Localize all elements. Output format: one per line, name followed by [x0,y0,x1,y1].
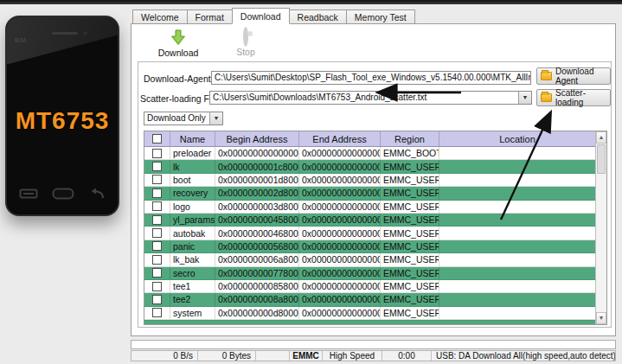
cell-begin-address: 0x0000000006a80000 [215,253,299,265]
tab-bar: Welcome Format Download Readback Memory … [132,8,415,24]
stop-button[interactable]: Stop [218,29,273,57]
row-checkbox[interactable] [144,174,170,186]
download-agent-path-field[interactable]: C:\Users\Sumit\Desktop\SP_Flash_Tool_exe… [211,71,531,85]
partition-table-rows: preloader0x00000000000000000x00000000000… [144,147,595,324]
cell-begin-address: 0x000000000d800000 [215,307,299,319]
cell-region: EMMC_USER [381,307,439,319]
chevron-down-icon[interactable]: ▼ [518,92,531,104]
cell-region: EMMC_USER [381,280,439,292]
table-row-partial[interactable] [144,320,595,324]
cell-name: logo [170,201,215,213]
cell-location [439,280,595,292]
status-storage-type: EMMC [290,351,323,361]
scroll-up-icon[interactable]: ▲ [596,131,606,144]
table-row[interactable]: logo0x0000000003d800000x0000000000000000… [144,201,595,214]
cell-end-address: 0x0000000000000000 [299,267,381,279]
scrollbar-thumb[interactable] [597,144,606,174]
tab-memory-test[interactable]: Memory Test [346,10,415,24]
row-checkbox[interactable] [144,307,170,319]
tab-download[interactable]: Download [232,8,290,24]
table-row[interactable]: yl_params0x00000000045800000x00000000000… [144,214,595,227]
cell-begin-address: 0x0000000001d80000 [215,174,299,186]
tab-readback[interactable]: Readback [290,10,346,24]
back-icon [88,188,106,200]
row-checkbox[interactable] [144,280,170,292]
screenshot-top-border [0,0,622,4]
table-row[interactable]: tee10x00000000085800000x0000000000000000… [144,280,595,293]
table-row[interactable]: secro0x00000000077800000x000000000000000… [144,267,595,280]
download-mode-value: Download Only [144,112,209,125]
cell-name: preloader [170,147,215,159]
table-row[interactable]: system0x000000000d8000000x00000000000000… [144,307,595,320]
phone-screen-gloss [7,17,118,71]
row-checkbox[interactable] [144,160,170,172]
header-name[interactable]: Name [170,131,215,146]
cell-location [439,147,595,159]
tab-format[interactable]: Format [187,10,232,24]
cell-name: secro [170,267,215,279]
scatter-loading-button[interactable]: Scatter-loading [536,89,611,106]
download-mode-select[interactable]: Download Only ▼ [144,112,223,125]
cell-begin-address: 0x0000000001c80000 [215,160,299,172]
table-row[interactable]: preloader0x00000000000000000x00000000000… [144,147,595,160]
checkbox-icon [152,228,162,238]
header-end-address[interactable]: End Address [299,131,381,146]
cell-region: EMMC_USER [381,293,439,305]
cell-begin-address: 0x0000000008580000 [215,280,299,292]
cell-name: tee1 [170,280,215,292]
cell-location [439,240,595,252]
cell-name: lk_bak [170,253,215,265]
table-row[interactable]: boot0x0000000001d800000x0000000000000000… [144,174,595,187]
cell-name: yl_params [170,214,215,226]
checkbox-icon [152,308,162,317]
row-checkbox[interactable] [144,201,170,213]
table-row[interactable]: lk0x0000000001c800000x0000000000000000EM… [144,160,595,173]
cell-location [439,227,595,239]
table-row[interactable]: panic0x00000000056800000x000000000000000… [144,240,595,253]
table-scrollbar[interactable]: ▲ ▼ [595,131,606,324]
scatter-file-combobox[interactable]: C:\Users\Sumit\Downloads\MT6753_Android_… [209,91,532,105]
row-checkbox[interactable] [144,187,170,199]
table-row[interactable]: lk_bak0x0000000006a800000x00000000000000… [144,253,595,266]
chevron-down-icon[interactable]: ▼ [209,112,222,125]
checkbox-icon [152,255,162,265]
tab-welcome[interactable]: Welcome [132,10,187,24]
cell-region: EMMC_USER [381,227,439,239]
cell-location [439,253,595,265]
cell-end-address: 0x0000000000000000 [299,214,381,226]
scroll-down-icon[interactable]: ▼ [596,312,606,324]
status-bar: 0 B/s 0 Bytes EMMC High Speed 0:00 USB: … [131,350,616,361]
cell-name: boot [170,174,215,186]
cell-end-address: 0x0000000000000000 [299,227,381,239]
cell-end-address: 0x0000000000000000 [299,187,381,199]
row-checkbox[interactable] [144,147,170,159]
row-checkbox[interactable] [144,227,170,239]
row-checkbox[interactable] [144,240,170,252]
cell-begin-address: 0x0000000005680000 [215,240,299,252]
table-row[interactable]: autobak0x00000000046800000x0000000000000… [144,227,595,239]
row-checkbox[interactable] [144,253,170,265]
partition-table-header: Name Begin Address End Address Region Lo… [144,131,595,147]
table-row[interactable]: tee20x0000000008a800000x0000000000000000… [144,293,595,306]
header-region[interactable]: Region [381,131,439,146]
download-agent-browse-button[interactable]: Download Agent [536,67,611,85]
cell-region: EMMC_USER [381,240,439,252]
row-checkbox[interactable] [144,214,170,226]
download-settings-group: Download-Agent C:\Users\Sumit\Desktop\SP… [138,61,612,328]
table-row[interactable]: recovery0x0000000002d800000x000000000000… [144,187,595,200]
stop-button-label: Stop [218,47,273,57]
status-speed: 0 B/s [131,351,198,361]
cell-location [439,214,595,226]
checkbox-icon [152,162,162,171]
row-checkbox[interactable] [144,267,170,279]
checkbox-icon [152,282,162,291]
cell-location [439,293,595,305]
row-checkbox[interactable] [144,293,170,305]
header-begin-address[interactable]: Begin Address [215,131,299,146]
phone-brand-label: BM [15,36,27,44]
header-location[interactable]: Location [439,131,595,146]
stop-icon [243,29,248,44]
select-all-checkbox[interactable] [144,131,170,146]
download-button[interactable]: Download [151,29,206,58]
cell-end-address: 0x0000000000000000 [299,307,381,319]
